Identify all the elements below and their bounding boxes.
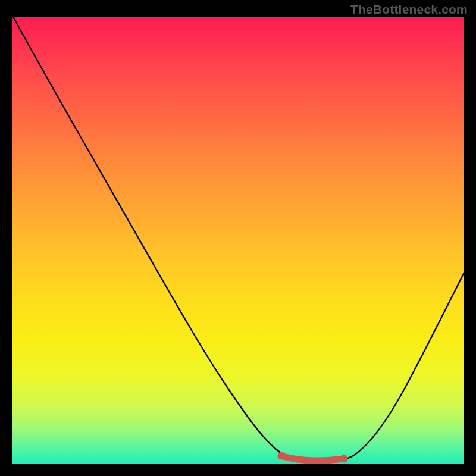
- plot-area: [12, 17, 464, 464]
- valley-dot-left: [278, 452, 286, 460]
- bottleneck-curve: [13, 17, 464, 462]
- curve-svg: [12, 17, 464, 464]
- valley-highlight: [281, 456, 344, 461]
- valley-dot-right: [340, 455, 348, 463]
- watermark-text: TheBottleneck.com: [350, 2, 468, 17]
- chart-frame: TheBottleneck.com: [0, 0, 476, 476]
